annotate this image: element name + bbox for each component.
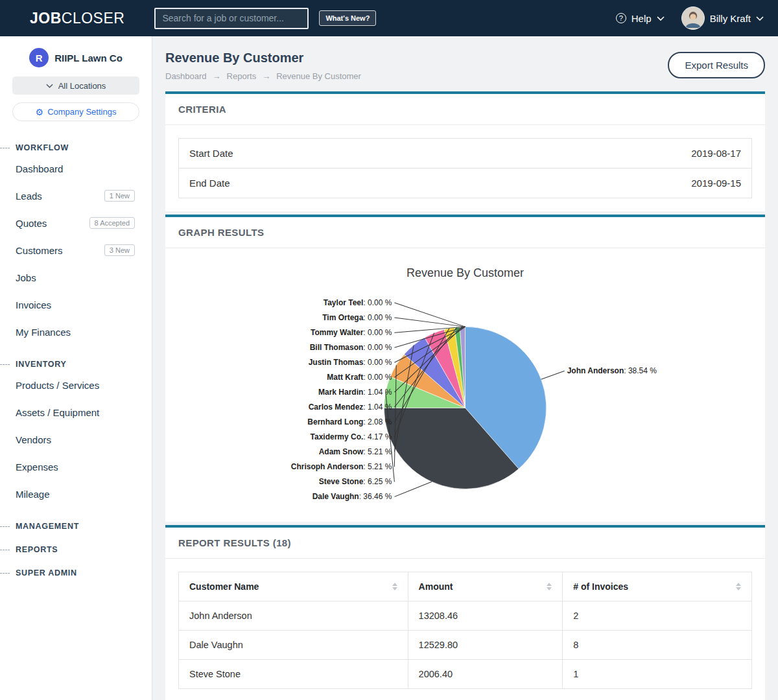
breadcrumb-item-reports[interactable]: Reports — [227, 71, 257, 81]
sidebar-section-label: SUPER ADMIN — [16, 568, 77, 578]
table-cell: Steve Stone — [179, 660, 408, 689]
criteria-card: CRITERIA Start Date2019-08-17End Date201… — [165, 91, 765, 211]
sidebar-item-label: Quotes — [16, 218, 47, 229]
criteria-value: 2019-09-15 — [691, 178, 741, 189]
whats-new-button[interactable]: What's New? — [319, 10, 376, 26]
label-leader-line — [394, 482, 431, 496]
sidebar-item-label: Mileage — [16, 489, 50, 500]
table-cell: Dale Vaughn — [179, 631, 408, 660]
breadcrumb: Dashboard→Reports→Revenue By Customer — [165, 71, 361, 81]
sidebar-item-label: My Finances — [16, 327, 71, 338]
pie-label-tim-ortega: Tim Ortega: 0.00 % — [322, 313, 392, 322]
pie-label-dale-vaughn: Dale Vaughn: 36.46 % — [312, 492, 392, 501]
user-name: Billy Kraft — [710, 13, 751, 24]
label-leader-line — [394, 303, 465, 327]
pie-label-chrisoph-anderson: Chrisoph Anderson: 5.21 % — [291, 462, 392, 471]
company-header: R RIIPL Lawn Co — [0, 48, 152, 67]
criteria-value: 2019-08-17 — [691, 148, 741, 159]
sidebar-item-label: Leads — [16, 191, 42, 202]
sidebar-section-management: MANAGEMENT — [0, 522, 152, 531]
table-header-row: Customer NameAmount# of Invoices — [179, 572, 752, 601]
column-header-amount[interactable]: Amount — [408, 572, 563, 601]
criteria-label: Start Date — [189, 148, 233, 159]
breadcrumb-arrow-icon: → — [262, 71, 270, 81]
table-cell: 8 — [563, 631, 752, 660]
pie-label-taylor-teel: Taylor Teel: 0.00 % — [324, 298, 392, 307]
section-dash-icon — [0, 550, 10, 550]
pie-label-taxidermy-co: Taxidermy Co.: 4.17 % — [311, 432, 392, 441]
company-settings-button[interactable]: ⚙ Company Settings — [12, 102, 139, 121]
top-navbar: JOBCLOSER What's New? ? Help Billy Kraft — [0, 0, 778, 36]
main-content: Revenue By Customer Dashboard→Reports→Re… — [152, 36, 778, 700]
column-header-label: Amount — [419, 581, 453, 592]
report-table: Customer NameAmount# of Invoices John An… — [178, 572, 752, 689]
graph-card-header: GRAPH RESULTS — [165, 217, 765, 248]
criteria-row-start-date: Start Date2019-08-17 — [178, 138, 752, 169]
sidebar-item-my-finances[interactable]: My Finances — [0, 318, 152, 345]
sidebar-section-label: INVENTORY — [16, 360, 67, 369]
sidebar-item-mileage[interactable]: Mileage — [0, 480, 152, 508]
table-row: Steve Stone2006.401 — [179, 660, 752, 689]
page-title: Revenue By Customer — [165, 51, 361, 65]
report-card: REPORT RESULTS (18) Customer NameAmount#… — [165, 525, 765, 700]
sidebar-item-invoices[interactable]: Invoices — [0, 291, 152, 318]
sidebar-item-label: Customers — [16, 245, 63, 256]
sidebar-nav: WORKFLOWDashboardLeads1 NewQuotes8 Accep… — [0, 143, 152, 578]
pie-label-john-anderson: John Anderson: 38.54 % — [567, 366, 657, 375]
sidebar-item-expenses[interactable]: Expenses — [0, 453, 152, 480]
search-input[interactable] — [154, 8, 309, 29]
sidebar-item-dashboard[interactable]: Dashboard — [0, 155, 152, 182]
chevron-down-icon — [46, 84, 53, 88]
sidebar-item-label: Assets / Equipment — [16, 407, 99, 418]
pie-label-steve-stone: Steve Stone: 6.25 % — [319, 477, 392, 486]
help-icon: ? — [616, 13, 626, 23]
label-leader-line — [394, 318, 465, 327]
sidebar-item-label: Expenses — [16, 461, 58, 472]
locations-dropdown[interactable]: All Locations — [12, 76, 139, 95]
column-header-of-invoices[interactable]: # of Invoices — [563, 572, 752, 601]
table-cell: John Anderson — [179, 601, 408, 631]
table-row: John Anderson13208.462 — [179, 601, 752, 631]
sidebar-section-workflow: WORKFLOW — [0, 143, 152, 152]
sidebar-item-label: Products / Services — [16, 380, 99, 391]
sidebar-section-super-admin: SUPER ADMIN — [0, 568, 152, 578]
sidebar-section-inventory: INVENTORY — [0, 360, 152, 369]
sort-icon[interactable] — [392, 583, 397, 590]
breadcrumb-item-revenue-by-customer[interactable]: Revenue By Customer — [276, 71, 361, 81]
sidebar-item-assets-equipment[interactable]: Assets / Equipment — [0, 399, 152, 426]
table-cell: 13208.46 — [408, 601, 563, 631]
sidebar-item-jobs[interactable]: Jobs — [0, 264, 152, 291]
chevron-down-icon — [657, 16, 665, 21]
pie-label-tommy-walter: Tommy Walter: 0.00 % — [311, 328, 392, 337]
pie-label-carlos-mendez: Carlos Mendez: 1.04 % — [309, 402, 392, 412]
sidebar-item-vendors[interactable]: Vendors — [0, 426, 152, 453]
breadcrumb-item-dashboard[interactable]: Dashboard — [165, 71, 207, 81]
pie-label-bernhard-long: Bernhard Long: 2.08 % — [307, 417, 392, 426]
sidebar: R RIIPL Lawn Co All Locations ⚙ Company … — [0, 36, 152, 700]
sidebar-item-leads[interactable]: Leads1 New — [0, 182, 152, 209]
sort-icon[interactable] — [736, 583, 741, 590]
export-results-button[interactable]: Export Results — [668, 52, 765, 78]
chart-title: Revenue By Customer — [407, 266, 524, 279]
company-settings-label: Company Settings — [47, 107, 116, 117]
app-logo[interactable]: JOBCLOSER — [30, 10, 124, 27]
logo-text-light: CLOSER — [62, 10, 125, 27]
table-row: Dale Vaughn12529.808 — [179, 631, 752, 660]
sidebar-item-label: Vendors — [16, 434, 51, 445]
help-menu[interactable]: ? Help — [616, 13, 665, 24]
sidebar-item-customers[interactable]: Customers3 New — [0, 237, 152, 264]
sidebar-section-label: MANAGEMENT — [16, 522, 79, 531]
column-header-customer-name[interactable]: Customer Name — [179, 572, 408, 601]
report-card-body: Customer NameAmount# of Invoices John An… — [165, 559, 765, 700]
sidebar-section-reports: REPORTS — [0, 545, 152, 554]
user-menu[interactable]: Billy Kraft — [681, 6, 764, 30]
logo-text-bold: JOB — [30, 10, 62, 27]
sidebar-item-quotes[interactable]: Quotes8 Accepted — [0, 209, 152, 237]
section-dash-icon — [0, 573, 10, 574]
sidebar-item-products-services[interactable]: Products / Services — [0, 371, 152, 399]
section-dash-icon — [0, 148, 10, 148]
pie-label-justin-thomas: Justin Thomas: 0.00 % — [309, 358, 392, 367]
column-header-label: Customer Name — [189, 581, 259, 592]
page-header: Revenue By Customer Dashboard→Reports→Re… — [165, 51, 765, 81]
sort-icon[interactable] — [547, 583, 552, 590]
